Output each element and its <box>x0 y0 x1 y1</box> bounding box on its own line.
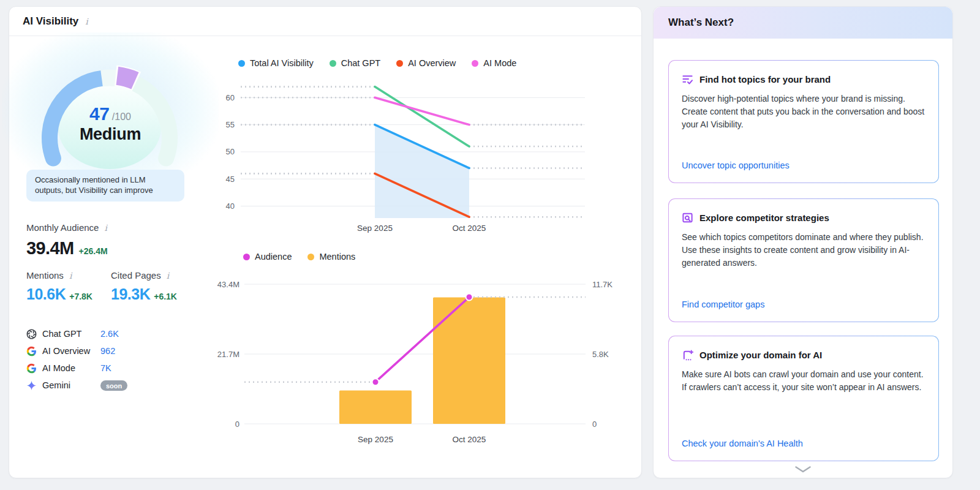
info-icon[interactable]: i <box>165 271 170 280</box>
check-domain-ai-health-link[interactable]: Check your domain's AI Health <box>682 439 803 448</box>
info-icon[interactable]: i <box>84 17 89 26</box>
cited-pages-metric: Cited Pages i 19.3K +6.1K <box>111 270 177 303</box>
svg-text:Sep 2025: Sep 2025 <box>357 224 393 233</box>
info-icon[interactable]: i <box>68 271 73 280</box>
svg-text:Oct 2025: Oct 2025 <box>453 224 486 233</box>
legend-dot <box>307 254 314 260</box>
legend-dot <box>243 254 250 260</box>
legend-label: Audience <box>255 252 292 262</box>
list-item: Chat GPT 2.6K <box>26 325 198 342</box>
audience-mentions-chart: 0021.7M5.8K43.4M11.7KSep 2025Oct 2025 <box>217 270 634 449</box>
whats-next-panel: What’s Next? Find hot topics for your br… <box>653 6 953 478</box>
chevron-down-icon <box>794 466 812 473</box>
svg-text:0: 0 <box>592 420 597 429</box>
google-icon <box>26 363 37 374</box>
card-title: Optimize your domain for AI <box>699 350 822 360</box>
card-title: Explore competitor strategies <box>699 213 829 223</box>
list-item: AI Overview 962 <box>26 342 198 360</box>
svg-text:50: 50 <box>226 147 235 156</box>
crop-plus-icon <box>682 349 693 361</box>
legend-label: Mentions <box>319 252 355 262</box>
metric-value: 19.3K <box>111 285 150 303</box>
legend-item-chat-gpt[interactable]: Chat GPT <box>330 58 380 68</box>
legend-item-ai-mode[interactable]: AI Mode <box>472 58 516 68</box>
card-body: Make sure AI bots can crawl your domain … <box>682 368 925 394</box>
legend-label: AI Mode <box>483 58 516 68</box>
gemini-icon <box>26 380 37 391</box>
visibility-chart-legend: Total AI Visibility Chat GPT AI Overview… <box>238 58 516 68</box>
metric-value: 39.4M <box>26 238 74 258</box>
card-title: Find hot topics for your brand <box>699 74 831 85</box>
svg-text:0: 0 <box>235 420 239 429</box>
score-value: 47 <box>89 104 109 124</box>
metric-delta: +7.8K <box>69 292 92 301</box>
whats-next-header: What’s Next? <box>654 7 952 39</box>
metric-delta: +6.1K <box>154 292 177 301</box>
legend-dot <box>396 60 403 67</box>
card-header: AI Visibility i <box>9 7 641 36</box>
ai-visibility-card: AI Visibility i 47 /100 Medium Occasiona… <box>9 6 642 478</box>
svg-text:60: 60 <box>226 93 235 102</box>
legend-label: Chat GPT <box>341 58 380 68</box>
legend-dot <box>238 60 245 67</box>
svg-text:11.7K: 11.7K <box>592 280 612 289</box>
find-competitor-gaps-link[interactable]: Find competitor gaps <box>682 300 764 309</box>
visibility-line-chart: 4045505560Sep 2025Oct 2025 <box>217 75 634 239</box>
svg-text:5.8K: 5.8K <box>592 350 609 359</box>
list-item: AI Mode 7K <box>26 360 198 377</box>
platform-value[interactable]: 2.6K <box>100 329 198 339</box>
monthly-audience-value: 39.4M +26.4M <box>26 238 108 258</box>
secondary-metrics: Mentions i 10.6K +7.8K Cited Pages i 19.… <box>26 270 177 303</box>
suggestion-card-optimize-domain: Optimize your domain for AI Make sure AI… <box>668 336 939 461</box>
legend-item-ai-overview[interactable]: AI Overview <box>396 58 456 68</box>
platform-label: AI Mode <box>42 363 100 373</box>
card-body: See which topics competitors dominate an… <box>682 231 925 270</box>
svg-text:43.4M: 43.4M <box>217 280 239 289</box>
card-body: Discover high-potential topics where you… <box>682 92 925 131</box>
mentions-metric: Mentions i 10.6K +7.8K <box>26 270 111 303</box>
legend-item-audience[interactable]: Audience <box>243 252 292 262</box>
legend-label: Total AI Visibility <box>250 58 314 68</box>
svg-text:40: 40 <box>226 202 235 211</box>
platform-value[interactable]: 7K <box>100 363 198 373</box>
score-max: /100 <box>112 111 131 122</box>
list-check-icon <box>682 74 693 85</box>
list-item: Gemini soon <box>26 377 198 394</box>
svg-text:45: 45 <box>226 175 235 184</box>
svg-text:21.7M: 21.7M <box>217 350 239 359</box>
metric-value: 10.6K <box>26 285 66 303</box>
uncover-topic-opportunities-link[interactable]: Uncover topic opportunities <box>682 160 790 170</box>
legend-item-total-ai-visibility[interactable]: Total AI Visibility <box>238 58 314 68</box>
legend-dot <box>472 60 478 67</box>
platform-value[interactable]: 962 <box>100 346 198 356</box>
page-title: AI Visibility <box>23 15 78 28</box>
metric-label-text: Monthly Audience <box>26 222 99 233</box>
legend-label: AI Overview <box>408 58 456 68</box>
status-badge: soon <box>100 380 127 391</box>
platform-label: AI Overview <box>42 346 100 356</box>
svg-text:Oct 2025: Oct 2025 <box>453 435 486 444</box>
legend-dot <box>330 60 336 67</box>
score-description: Occasionally mentioned in LLM outputs, b… <box>26 170 184 202</box>
platform-label: Gemini <box>42 380 100 390</box>
suggestion-card-hot-topics: Find hot topics for your brand Discover … <box>668 60 939 183</box>
metric-delta: +26.4M <box>79 246 108 256</box>
svg-text:55: 55 <box>226 120 235 129</box>
gauge-text: 47 /100 Medium <box>15 104 205 144</box>
monthly-audience-label: Monthly Audience i <box>26 222 108 233</box>
info-icon[interactable]: i <box>103 224 108 232</box>
panel-title: What’s Next? <box>668 17 734 29</box>
suggestion-card-competitors: Explore competitor strategies See which … <box>668 198 939 322</box>
metric-label-text: Mentions <box>26 270 64 281</box>
metric-label-text: Cited Pages <box>111 270 161 281</box>
svg-text:Sep 2025: Sep 2025 <box>358 435 393 444</box>
window-search-icon <box>682 212 693 224</box>
platform-label: Chat GPT <box>42 329 100 339</box>
google-icon <box>26 346 37 356</box>
visibility-gauge: 47 /100 Medium <box>15 41 205 171</box>
chatgpt-icon <box>26 329 37 339</box>
score-level: Medium <box>15 125 205 144</box>
expand-panel-button[interactable] <box>654 466 952 473</box>
audience-chart-legend: Audience Mentions <box>243 252 355 262</box>
legend-item-mentions[interactable]: Mentions <box>307 252 355 262</box>
